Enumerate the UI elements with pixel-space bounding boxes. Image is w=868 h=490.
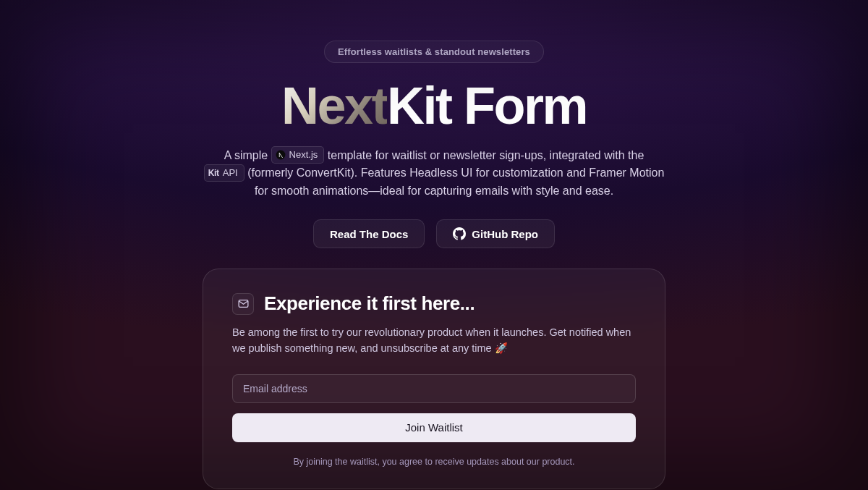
kit-pill-api: API bbox=[223, 166, 238, 180]
join-waitlist-button[interactable]: Join Waitlist bbox=[232, 413, 636, 442]
desc-part3: (formerly ConvertKit). Features Headless… bbox=[247, 166, 664, 197]
github-repo-button[interactable]: GitHub Repo bbox=[436, 219, 555, 248]
title-rest: Kit Form bbox=[387, 77, 587, 135]
nextjs-pill-label: Next.js bbox=[289, 148, 318, 162]
read-docs-label: Read The Docs bbox=[330, 228, 408, 240]
mail-icon bbox=[232, 293, 254, 315]
description: A simple Next.js template for waitlist o… bbox=[203, 147, 665, 200]
disclaimer-text: By joining the waitlist, you agree to re… bbox=[232, 457, 636, 467]
page-title: NextKit Form bbox=[281, 79, 587, 134]
nextjs-pill: Next.js bbox=[271, 146, 325, 164]
card-title: Experience it first here... bbox=[264, 292, 475, 315]
nextjs-icon bbox=[276, 150, 286, 160]
github-repo-label: GitHub Repo bbox=[472, 228, 538, 240]
waitlist-card: Experience it first here... Be among the… bbox=[203, 269, 665, 489]
kit-pill-kit: Kit bbox=[208, 166, 219, 180]
card-header: Experience it first here... bbox=[232, 292, 636, 315]
kit-api-pill: Kit API bbox=[204, 164, 244, 182]
read-docs-button[interactable]: Read The Docs bbox=[313, 219, 425, 248]
github-icon bbox=[453, 227, 466, 240]
cta-row: Read The Docs GitHub Repo bbox=[313, 219, 555, 248]
email-input[interactable] bbox=[232, 374, 636, 403]
tagline-badge: Effortless waitlists & standout newslett… bbox=[324, 41, 544, 63]
title-next: Next bbox=[281, 77, 387, 135]
desc-part2: template for waitlist or newsletter sign… bbox=[328, 149, 644, 161]
card-description: Be among the first to try our revolution… bbox=[232, 325, 636, 357]
desc-part1: A simple bbox=[224, 149, 271, 161]
